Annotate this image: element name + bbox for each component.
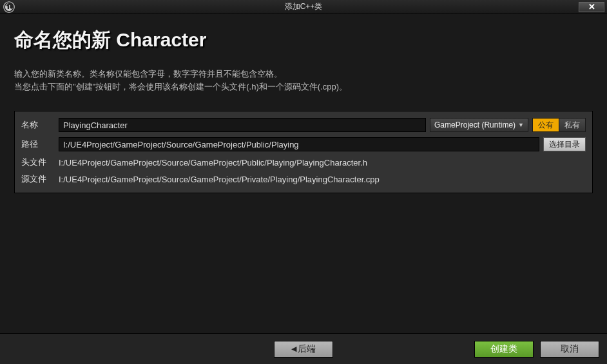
source-row: 源文件 I:/UE4Project/GameProject/Source/Gam… [21,173,586,185]
name-row: 名称 GameProject (Runtime) ▼ 公有 私有 [21,118,586,132]
unreal-logo-icon [0,0,18,14]
description-line2: 当您点击下面的"创建"按钮时，将会使用该名称创建一个头文件(.h)和一个源码文件… [14,81,593,93]
access-toggle-group: 公有 私有 [532,118,586,132]
cancel-button[interactable]: 取消 [540,341,599,358]
page-heading: 命名您的新 Character [14,27,593,53]
heading-classname: Character [116,29,206,50]
browse-button[interactable]: 选择目录 [543,137,586,151]
header-path: I:/UE4Project/GameProject/Source/GamePro… [59,158,586,168]
name-label: 名称 [21,119,55,131]
titlebar: 添加C++类 ✕ [0,0,607,14]
name-input[interactable] [59,118,426,132]
description: 输入您的新类名称。类名称仅能包含字母，数字字符并且不能包含空格。 当您点击下面的… [14,68,593,93]
back-button[interactable]: ◀ 后端 [274,341,333,358]
module-dropdown[interactable]: GameProject (Runtime) ▼ [430,118,528,132]
header-row: 头文件 I:/UE4Project/GameProject/Source/Gam… [21,157,586,168]
description-line1: 输入您的新类名称。类名称仅能包含字母，数字字符并且不能包含空格。 [14,68,593,81]
private-toggle[interactable]: 私有 [559,118,586,132]
create-button[interactable]: 创建类 [474,341,534,358]
path-label: 路径 [21,139,55,150]
close-button[interactable]: ✕ [579,2,604,12]
footer: ◀ 后端 创建类 取消 [0,333,607,364]
chevron-left-icon: ◀ [291,345,296,353]
path-input[interactable] [59,137,539,151]
module-dropdown-label: GameProject (Runtime) [434,120,515,129]
form-panel: 名称 GameProject (Runtime) ▼ 公有 私有 路径 选择目录… [14,111,593,193]
source-path: I:/UE4Project/GameProject/Source/GamePro… [59,175,586,184]
source-label: 源文件 [21,173,55,185]
chevron-down-icon: ▼ [518,122,524,128]
content-area: 命名您的新 Character 输入您的新类名称。类名称仅能包含字母，数字字符并… [0,14,607,193]
path-row: 路径 选择目录 [21,137,586,151]
window-title: 添加C++类 [0,1,607,12]
unreal-logo-icon [3,1,15,13]
header-label: 头文件 [21,157,55,168]
back-button-label: 后端 [298,343,316,355]
close-icon: ✕ [588,3,595,11]
public-toggle[interactable]: 公有 [532,118,559,132]
heading-prefix: 命名您的新 [14,29,116,50]
